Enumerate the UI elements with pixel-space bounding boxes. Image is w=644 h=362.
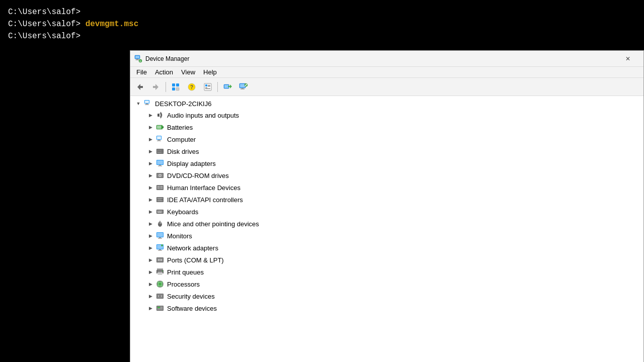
forward-button[interactable] <box>148 80 164 94</box>
processors-icon <box>155 280 165 289</box>
menu-view[interactable]: View <box>177 67 199 77</box>
svg-rect-125 <box>160 308 163 308</box>
update-driver-icon <box>223 82 232 92</box>
titlebar-icon: ⚙ <box>134 55 142 63</box>
terminal-line-3: C:\Users\salof> <box>8 30 636 42</box>
processors-chevron <box>146 280 154 288</box>
svg-rect-59 <box>157 188 159 189</box>
svg-rect-30 <box>145 101 149 103</box>
svg-rect-21 <box>224 85 228 88</box>
show-hidden-button[interactable] <box>168 80 183 94</box>
audio-label: Audio inputs and outputs <box>167 112 239 119</box>
item-computer[interactable]: Computer <box>130 133 643 145</box>
back-icon <box>135 82 144 92</box>
svg-rect-98 <box>158 273 162 274</box>
item-mice[interactable]: Mice and other pointing devices <box>130 218 643 230</box>
terminal-command: devmgmt.msc <box>86 20 139 29</box>
disk-label: Disk drives <box>167 148 199 155</box>
item-keyboard[interactable]: Keyboards <box>130 206 643 218</box>
root-node[interactable]: DESKTOP-2CIKIJ6 <box>130 98 643 109</box>
svg-rect-10 <box>172 87 175 90</box>
computer-label: Computer <box>167 136 196 143</box>
svg-rect-3 <box>136 59 139 60</box>
svg-rect-17 <box>208 86 210 86</box>
svg-rect-15 <box>205 84 207 86</box>
hid-label: Human Interface Devices <box>167 184 240 192</box>
svg-rect-93 <box>161 259 162 261</box>
svg-rect-31 <box>146 104 148 105</box>
network-label: Network adapters <box>167 244 218 252</box>
ide-icon <box>155 195 165 204</box>
svg-rect-16 <box>208 85 210 85</box>
svg-rect-77 <box>160 222 162 224</box>
forward-icon <box>151 82 160 92</box>
window-title: Device Manager <box>145 55 616 62</box>
item-disk[interactable]: Disk drives <box>130 145 643 157</box>
update-driver-button[interactable] <box>220 80 235 94</box>
svg-rect-33 <box>157 114 159 117</box>
svg-point-88 <box>161 244 163 246</box>
svg-rect-8 <box>172 83 175 86</box>
menu-file[interactable]: File <box>132 67 151 77</box>
item-security[interactable]: Security devices <box>130 290 643 302</box>
svg-rect-32 <box>145 105 149 105</box>
svg-rect-9 <box>176 83 179 86</box>
batteries-chevron <box>146 123 154 131</box>
svg-rect-83 <box>158 238 162 239</box>
processors-label: Processors <box>167 281 200 288</box>
ports-icon <box>155 255 165 264</box>
properties-button[interactable] <box>200 80 215 94</box>
item-ports[interactable]: Ports (COM & LPT) <box>130 254 643 266</box>
audio-icon <box>155 111 165 120</box>
svg-rect-87 <box>158 250 162 251</box>
svg-rect-73 <box>160 211 162 212</box>
security-label: Security devices <box>167 293 215 300</box>
item-batteries[interactable]: Batteries <box>130 121 643 133</box>
svg-rect-36 <box>157 126 161 129</box>
scan-hardware-button[interactable] <box>236 80 251 94</box>
show-hidden-icon <box>171 82 180 92</box>
svg-rect-45 <box>157 151 160 151</box>
print-icon <box>155 267 165 277</box>
svg-point-44 <box>162 151 163 152</box>
item-audio[interactable]: Audio inputs and outputs <box>130 109 643 121</box>
menu-bar: File Action View Help <box>130 67 643 78</box>
software-chevron <box>146 304 154 312</box>
item-hid[interactable]: Human Interface Devices <box>130 182 643 194</box>
help-icon: ? <box>187 82 196 92</box>
item-network[interactable]: Network adapters <box>130 242 643 254</box>
display-label: Display adapters <box>167 160 216 167</box>
title-bar: ⚙ Device Manager ✕ <box>130 51 643 67</box>
root-chevron <box>134 100 142 108</box>
mice-chevron <box>146 220 154 228</box>
svg-rect-86 <box>159 249 161 250</box>
svg-rect-11 <box>176 87 179 90</box>
device-tree[interactable]: DESKTOP-2CIKIJ6 Audio inputs and outputs <box>130 96 643 362</box>
svg-text:⚙: ⚙ <box>139 59 141 62</box>
svg-rect-99 <box>158 274 162 275</box>
svg-rect-68 <box>161 198 162 201</box>
svg-rect-39 <box>158 140 160 141</box>
svg-rect-92 <box>159 259 160 261</box>
item-ide[interactable]: IDE ATA/ATAPI controllers <box>130 194 643 206</box>
toolbar: ? <box>130 78 643 96</box>
help-button[interactable]: ? <box>184 80 199 94</box>
back-button[interactable] <box>132 80 147 94</box>
item-processors[interactable]: Processors <box>130 278 643 290</box>
item-display[interactable]: Display adapters <box>130 157 643 169</box>
item-print[interactable]: Print queues <box>130 266 643 278</box>
item-monitors[interactable]: Monitors <box>130 230 643 242</box>
menu-action[interactable]: Action <box>151 67 177 77</box>
menu-help[interactable]: Help <box>199 67 221 77</box>
svg-rect-91 <box>158 259 159 261</box>
svg-rect-81 <box>157 233 163 237</box>
svg-rect-70 <box>157 210 163 213</box>
item-dvd[interactable]: DVD/CD-ROM drives <box>130 169 643 182</box>
close-button[interactable]: ✕ <box>616 51 639 67</box>
item-software[interactable]: Software devices <box>130 302 643 314</box>
root-icon <box>143 99 152 108</box>
svg-rect-67 <box>160 198 160 201</box>
svg-rect-96 <box>157 270 163 273</box>
svg-rect-48 <box>159 165 161 166</box>
terminal-line-1: C:\Users\salof> <box>8 6 636 18</box>
